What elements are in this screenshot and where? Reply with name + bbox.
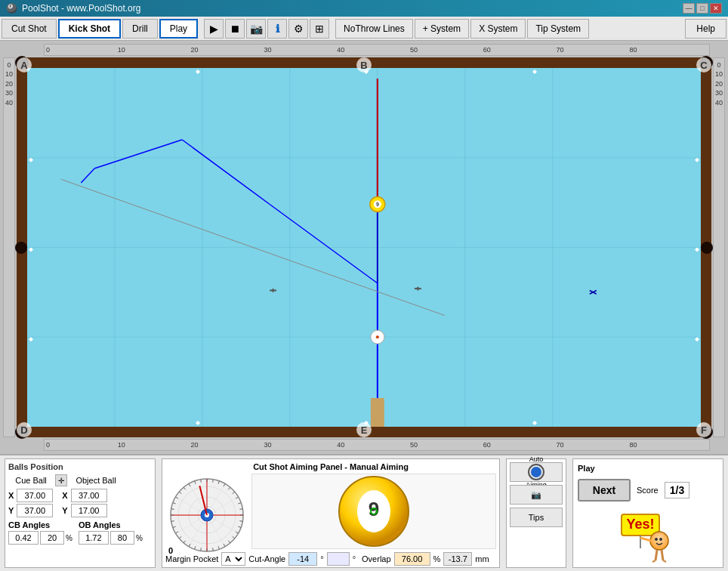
drill-button[interactable]: Drill [122, 19, 158, 39]
ball-display-area: 9 [251, 474, 496, 549]
app-title: PoolShot - www.PoolShot.org [22, 3, 140, 14]
score-value: 1/3 [665, 482, 689, 498]
svg-line-22 [590, 291, 597, 295]
tips-camera-button[interactable]: 📷 [510, 485, 563, 505]
cue-x-input[interactable] [17, 489, 53, 502]
tip-system-button[interactable]: Tip System [527, 19, 589, 39]
diamond-right1 [695, 158, 699, 162]
diamond-right2 [695, 248, 699, 252]
svg-line-44 [663, 560, 666, 562]
diamond-top3 [532, 69, 537, 74]
corner-label-a: A [17, 57, 32, 73]
score-label: Score [637, 486, 659, 495]
aiming-panel-section: Cut Shot Aiming Panel - Manual Aiming 0 [162, 458, 500, 568]
ball-display-svg: 9 [321, 474, 427, 549]
play-button[interactable]: Play [159, 19, 198, 39]
settings-icon-button[interactable]: ⚙ [288, 19, 308, 39]
zero-label: 0 [168, 546, 173, 555]
tips-button[interactable]: Tips [510, 508, 563, 527]
svg-line-43 [652, 560, 656, 562]
svg-point-37 [650, 532, 668, 550]
mm-input[interactable] [443, 552, 472, 566]
ruler-bottom: 0 10 20 30 40 50 60 70 80 [44, 439, 710, 451]
corner-label-b: B [356, 57, 372, 73]
cut-angle-extra-input[interactable] [327, 552, 350, 566]
plus-system-button[interactable]: + System [415, 19, 469, 39]
kick-shot-button[interactable]: Kick Shot [58, 19, 121, 39]
titlebar: 🎱 PoolShot - www.PoolShot.org — □ ✕ [0, 0, 728, 17]
auto-label: Auto [529, 455, 544, 463]
diamond-left2 [29, 248, 33, 252]
cb-angles-label: CB Angles [8, 520, 72, 529]
aiming-wheel-container: 0 [165, 474, 248, 557]
play-icon-button[interactable]: ▶ [204, 19, 224, 39]
x-system-button[interactable]: X System [470, 19, 526, 39]
svg-line-13 [182, 140, 270, 205]
minimize-button[interactable]: — [683, 3, 695, 14]
overlap-input[interactable] [394, 552, 430, 566]
ruler-top: 0 10 20 30 40 50 60 70 80 [44, 44, 710, 56]
ob-angle2-input[interactable] [110, 531, 134, 545]
bottom-panel: Balls Position Cue Ball ✛ Object Ball X … [0, 454, 728, 571]
svg-line-23 [590, 291, 597, 295]
svg-line-15 [81, 168, 94, 183]
play-controls: Next Score 1/3 [578, 479, 718, 502]
table-area: 0 10 20 30 40 50 60 70 80 0 10 20 30 40 … [0, 41, 728, 454]
aiming-panel-title: Cut Shot Aiming Panel - Manual Aiming [165, 462, 496, 471]
main-area: 0 10 20 30 40 50 60 70 80 0 10 20 30 40 … [0, 41, 728, 571]
grid-icon-button[interactable]: ⊞ [310, 19, 329, 39]
diamond-top1 [196, 69, 200, 74]
svg-text:9: 9 [376, 202, 379, 207]
balls-position-title: Balls Position [8, 462, 152, 471]
diamond-bottom3 [532, 421, 537, 425]
camera-icon: 📷 [531, 490, 541, 500]
cb-angle1-input[interactable] [8, 531, 39, 545]
corner-label-d: D [17, 422, 32, 437]
obj-x-input[interactable] [71, 489, 107, 502]
corner-label-c: C [696, 57, 711, 73]
diamond-left3 [29, 337, 33, 341]
play-title: Play [578, 464, 718, 473]
ob-angles-group: OB Angles % [79, 520, 143, 545]
pocket-mid-left [15, 242, 27, 254]
info-icon-button[interactable]: ℹ [267, 19, 287, 39]
auto-circle [528, 464, 544, 480]
svg-rect-24 [371, 398, 384, 427]
next-button[interactable]: Next [578, 479, 631, 502]
cue-ball-label: Cue Ball [8, 476, 54, 485]
cut-angle-input[interactable] [288, 552, 317, 566]
cut-shot-button[interactable]: Cut Shot [2, 19, 57, 39]
cue-ball-row: Cue Ball ✛ Object Ball [8, 474, 152, 486]
table-grid-svg: 9 [27, 68, 701, 427]
auto-dot [531, 467, 541, 477]
cb-angles-group: CB Angles % [8, 520, 72, 545]
ob-angle1-input[interactable] [79, 531, 109, 545]
yes-mascot: Yes! [578, 511, 718, 563]
svg-text:Yes!: Yes! [626, 517, 654, 532]
ruler-right: 0 10 20 30 40 [713, 57, 725, 437]
no-throw-lines-button[interactable]: NoThrow Lines [335, 19, 413, 39]
svg-point-25 [371, 330, 384, 344]
cb-angle2-input[interactable] [40, 531, 64, 545]
tips-label: Tips [529, 513, 544, 522]
svg-line-16 [61, 179, 445, 316]
obj-y-input[interactable] [71, 504, 107, 517]
camera-icon-button[interactable]: 📷 [246, 19, 266, 39]
cb-pct-label: % [66, 534, 72, 542]
close-button[interactable]: ✕ [710, 3, 722, 14]
degree-symbol2: ° [353, 554, 356, 563]
obj-y-label: Y [62, 506, 67, 515]
stop-icon-button[interactable]: ⏹ [225, 19, 245, 39]
cue-y-input[interactable] [17, 504, 53, 517]
svg-line-12 [270, 205, 378, 284]
cue-ball-move-icon[interactable]: ✛ [55, 474, 67, 486]
maximize-button[interactable]: □ [696, 3, 708, 14]
cut-angle-label: Cut-Angle [248, 554, 285, 563]
aiming-wheel[interactable] [165, 474, 248, 557]
auto-aiming-button[interactable]: Auto Aiming [510, 462, 563, 482]
mm-label: mm [475, 554, 489, 563]
svg-line-40 [640, 538, 651, 541]
help-button[interactable]: Help [685, 19, 726, 39]
mascot-svg: Yes! [618, 511, 678, 563]
svg-point-27 [370, 197, 385, 212]
